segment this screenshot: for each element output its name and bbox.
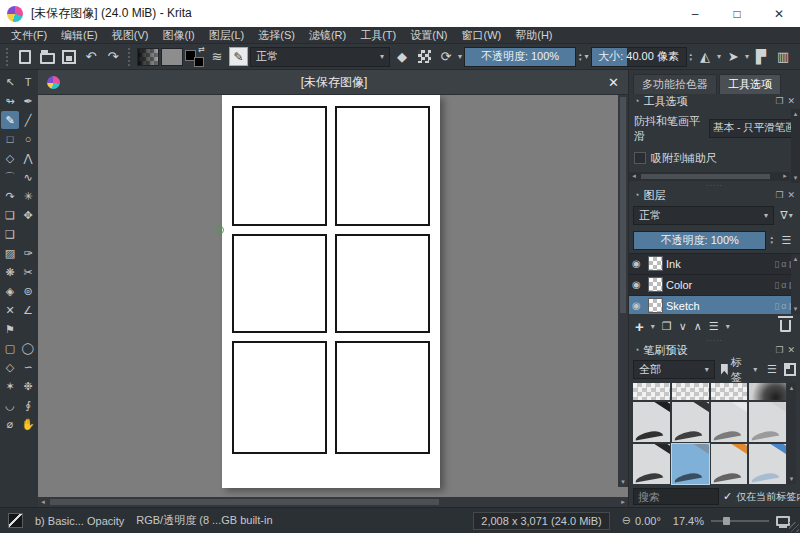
brush-eraser-small[interactable] <box>633 383 670 400</box>
tool-similar-select[interactable]: ✶ <box>1 377 19 395</box>
brush-pencil[interactable] <box>749 402 786 442</box>
brush-grid-vscrollbar[interactable]: ▴ ▾ <box>787 383 796 484</box>
gradient-chooser[interactable] <box>137 48 159 66</box>
scroll-left-icon[interactable]: ◂ <box>629 172 639 180</box>
float-docker-icon[interactable]: ❐ <box>775 190 783 200</box>
tool-contiguous-select[interactable]: ❉ <box>19 377 37 395</box>
swap-colors-icon[interactable]: ⇄ <box>198 45 205 54</box>
brush-airbrush-soft[interactable] <box>749 383 786 400</box>
brush-orange-brush[interactable] <box>711 444 748 484</box>
tool-polygon[interactable]: ◇ <box>1 149 19 167</box>
opacity-spinner[interactable]: ▴▾ <box>578 52 583 62</box>
chevron-down-icon[interactable]: ▾ <box>585 52 589 61</box>
display-mode-button[interactable] <box>784 363 796 376</box>
tool-bezier-select[interactable]: ◡ <box>1 396 19 414</box>
tool-line[interactable]: ╱ <box>19 111 37 129</box>
tool-bezier-curve[interactable]: ⌒ <box>1 168 19 186</box>
size-spinner[interactable]: ▴▾ <box>689 52 694 62</box>
tool-text[interactable]: T <box>19 73 37 91</box>
save-button[interactable] <box>59 47 79 67</box>
scrollbar-thumb[interactable] <box>641 174 770 179</box>
brush-dark-brush[interactable] <box>633 444 670 484</box>
new-document-button[interactable] <box>15 47 35 67</box>
size-slider[interactable]: 大小: 40.00 像素 <box>591 47 687 67</box>
reload-preset-button[interactable]: ⟳ <box>436 47 456 67</box>
eraser-mode-button[interactable]: ◆ <box>392 47 412 67</box>
opacity-slider[interactable]: 不透明度: 100% <box>464 47 576 67</box>
close-docker-icon[interactable]: ✕ <box>787 345 795 355</box>
tool-select-shapes[interactable]: ↖ <box>1 73 19 91</box>
redo-button[interactable]: ↷ <box>103 47 123 67</box>
canvas-page[interactable] <box>222 95 440 488</box>
tool-colorize-mask[interactable]: ❋ <box>1 263 19 281</box>
canvas-vertical-scrollbar[interactable]: ▾ <box>618 95 628 487</box>
tool-calligraphy[interactable]: ✒ <box>19 92 37 110</box>
tool-ellipse[interactable]: ○ <box>19 130 37 148</box>
lock-icon[interactable]: ▯ <box>774 301 779 311</box>
tool-measure[interactable]: ∠ <box>19 301 37 319</box>
tool-rectangle[interactable]: □ <box>1 130 19 148</box>
tool-enclose-fill[interactable]: ⊚ <box>19 282 37 300</box>
chevron-down-icon[interactable]: ▾ <box>717 52 721 61</box>
brush-eraser-circle[interactable] <box>672 383 709 400</box>
document-tab[interactable]: [未保存图像] ✕ <box>38 70 628 95</box>
search-scope-checkbox[interactable]: ✓ <box>723 490 732 503</box>
menu-image[interactable]: 图像(I) <box>155 28 201 43</box>
chevron-down-icon[interactable]: ▾ <box>458 52 462 61</box>
tool-assistants[interactable]: ✕ <box>1 301 19 319</box>
zoom-value[interactable]: 17.4% <box>673 515 704 527</box>
open-document-button[interactable] <box>37 47 57 67</box>
alpha-lock-icon[interactable]: α <box>781 280 786 290</box>
minimize-button[interactable]: – <box>674 0 716 27</box>
layer-visibility-icon[interactable]: ◉ <box>632 300 645 311</box>
resize-grip[interactable] <box>789 522 799 532</box>
scrollbar-thumb[interactable] <box>620 97 626 313</box>
tool-color-sampler[interactable]: ✑ <box>19 244 37 262</box>
brush-preset-chooser-button[interactable]: ≋ <box>207 47 227 67</box>
layer-filter-button[interactable]: ∇ ▾ <box>777 206 796 225</box>
canvas-horizontal-scrollbar[interactable]: ◂ ▸ <box>38 497 628 507</box>
layer-row-sketch[interactable]: ◉Sketch▯α▦ <box>629 296 800 314</box>
add-layer-button[interactable]: + <box>635 318 644 335</box>
foreground-background-colors[interactable]: ⇄ <box>185 47 205 67</box>
lock-icon[interactable]: ▯ <box>774 280 779 290</box>
menu-file[interactable]: 文件(F) <box>4 28 54 43</box>
chevron-down-icon[interactable]: ▾ <box>651 322 655 331</box>
tool-edit-shapes[interactable]: ↬ <box>1 92 19 110</box>
scroll-down-icon[interactable]: ▾ <box>787 474 796 484</box>
tool-gradient[interactable]: ▨ <box>1 244 19 262</box>
brush-search-input[interactable] <box>633 488 719 505</box>
undo-button[interactable]: ↶ <box>81 47 101 67</box>
scroll-down-icon[interactable]: ▾ <box>791 173 800 183</box>
brush-ink-pen[interactable] <box>633 402 670 442</box>
tool-zoom[interactable]: ⌀ <box>1 415 19 433</box>
float-docker-icon[interactable]: ❐ <box>775 345 783 355</box>
tool-options-hscrollbar[interactable]: ◂ ▸ <box>629 172 790 181</box>
background-color[interactable] <box>194 57 204 67</box>
chevron-down-icon[interactable]: ▾ <box>745 52 749 61</box>
layer-options-button[interactable]: ☰ <box>777 231 796 250</box>
move-layer-down-button[interactable]: ∨ <box>679 320 687 333</box>
workspace-chooser-button[interactable]: ▥ <box>773 47 793 67</box>
wrap-around-button[interactable]: ▛ <box>751 47 771 67</box>
layer-visibility-icon[interactable]: ◉ <box>632 279 645 290</box>
menu-layer[interactable]: 图层(L) <box>202 28 251 43</box>
snap-to-assistants-checkbox[interactable] <box>634 152 646 164</box>
toolbar-handle[interactable] <box>6 48 10 66</box>
brush-basic-brush[interactable] <box>672 444 709 484</box>
fit-to-screen-icon[interactable] <box>776 516 790 526</box>
tool-freehand-select[interactable]: ∽ <box>19 358 37 376</box>
tool-ellipse-select[interactable]: ◯ <box>19 339 37 357</box>
move-layer-up-button[interactable]: ∧ <box>694 320 702 333</box>
tool-polyline[interactable]: ⋀ <box>19 149 37 167</box>
alpha-lock-icon[interactable]: α <box>781 259 786 269</box>
layer-visibility-icon[interactable]: ◉ <box>632 258 645 269</box>
stabilizer-dropdown[interactable]: 基本 - 只平滑笔画 <box>709 119 795 138</box>
layer-opacity-slider[interactable]: 不透明度: 100% <box>633 231 766 250</box>
brush-filter-dropdown[interactable]: 全部 ▾ <box>633 360 715 379</box>
layer-row-color[interactable]: ◉Color▯α▦ <box>629 275 800 296</box>
tool-transform[interactable]: ❏ <box>1 206 19 224</box>
close-docker-icon[interactable]: ✕ <box>787 190 795 200</box>
toolbar-handle[interactable] <box>128 48 132 66</box>
menu-edit[interactable]: 编辑(E) <box>54 28 105 43</box>
